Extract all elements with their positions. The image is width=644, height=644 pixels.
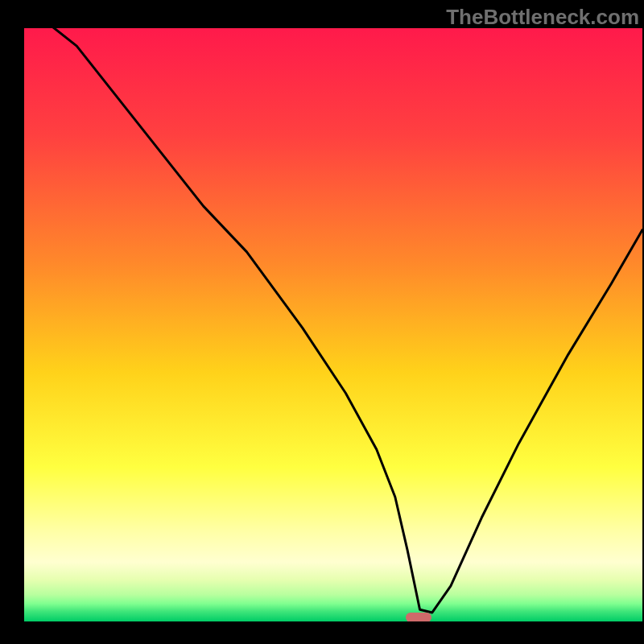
optimum-marker — [406, 613, 431, 621]
watermark-text: TheBottleneck.com — [446, 5, 639, 30]
plot-area — [24, 28, 642, 621]
chart-stage: TheBottleneck.com — [0, 0, 644, 644]
bottleneck-curve — [24, 28, 642, 621]
